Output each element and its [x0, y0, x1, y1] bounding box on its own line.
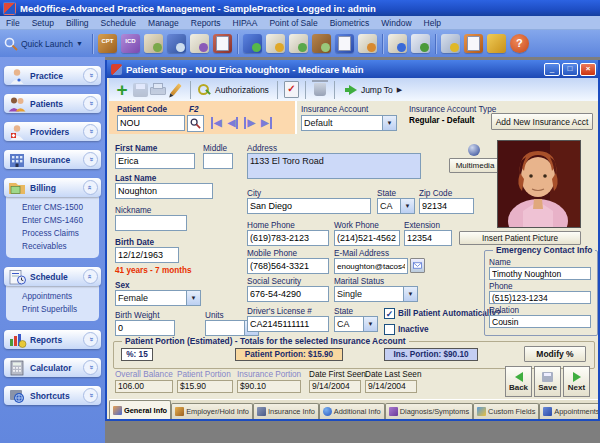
tab-custom-fields[interactable]: Custom Fields — [473, 403, 539, 419]
tab-additional-info[interactable]: Additional Info — [319, 403, 385, 419]
next-button[interactable]: Next — [563, 366, 590, 397]
insurance-account-select[interactable]: Default ▼ — [301, 115, 397, 131]
ledger-book-icon[interactable] — [312, 34, 331, 53]
last-name-input[interactable] — [115, 183, 213, 199]
jump-to-label[interactable]: Jump To — [361, 85, 393, 95]
menu-window[interactable]: Window — [375, 18, 417, 28]
sidebar-item-process-claims[interactable]: Process Claims — [6, 227, 99, 240]
sidebar-item-appointments[interactable]: Appointments — [6, 290, 99, 303]
bill-automatically-checkbox[interactable]: ✓ — [384, 308, 395, 319]
mobile-phone-input[interactable] — [247, 258, 329, 274]
sidebar-item-patients[interactable]: Patients » — [4, 94, 101, 113]
next-record-icon[interactable]: ▶ — [244, 117, 255, 129]
home-phone-input[interactable] — [247, 230, 329, 246]
patient-report-icon[interactable] — [358, 34, 377, 53]
chevron-down-icon[interactable]: » — [83, 332, 98, 347]
chevron-up-icon[interactable]: » — [83, 180, 98, 195]
schedule-sheet-icon[interactable] — [411, 34, 430, 53]
nickname-input[interactable] — [115, 215, 187, 231]
sidebar-item-enter-cms-1500[interactable]: Enter CMS-1500 — [6, 201, 99, 214]
monitor-icon[interactable] — [464, 34, 483, 53]
sidebar-item-enter-cms-1460[interactable]: Enter CMS-1460 — [6, 214, 99, 227]
dropdown-arrow-icon[interactable]: ▼ — [403, 287, 417, 301]
first-name-input[interactable] — [115, 153, 195, 169]
back-button[interactable]: Back — [505, 366, 532, 397]
practice-buildings-icon[interactable] — [213, 34, 232, 53]
lock-icon[interactable] — [487, 34, 506, 53]
menu-reports[interactable]: Reports — [185, 18, 227, 28]
patient-code-input[interactable] — [117, 115, 185, 131]
lab-monitor-icon[interactable] — [167, 34, 186, 53]
sidebar-item-insurance[interactable]: Insurance » — [4, 150, 101, 169]
report-clock-icon[interactable] — [388, 34, 407, 53]
sidebar-item-providers[interactable]: Providers » — [4, 122, 101, 141]
chevron-down-icon[interactable]: » — [83, 360, 98, 375]
jump-to-expand-icon[interactable]: ▶ — [397, 86, 402, 94]
minimize-button[interactable]: _ — [544, 63, 560, 76]
first-record-icon[interactable]: ◀ — [211, 117, 222, 129]
close-button[interactable]: × — [580, 63, 596, 76]
chevron-down-icon[interactable]: » — [83, 124, 98, 139]
maximize-button[interactable]: □ — [562, 63, 578, 76]
tab-general-info[interactable]: General Info — [109, 400, 171, 419]
chevron-down-icon[interactable]: » — [83, 68, 98, 83]
monitor-transfer-icon[interactable] — [243, 34, 262, 53]
extension-input[interactable] — [404, 230, 452, 246]
billing-coin-icon[interactable] — [266, 34, 285, 53]
multimedia-button[interactable]: Multimedia — [449, 158, 501, 173]
authorizations-icon[interactable] — [197, 83, 211, 97]
modify-percent-button[interactable]: Modify % — [524, 346, 586, 362]
quick-launch-dropdown-icon[interactable]: ▼ — [76, 40, 83, 47]
zip-code-input[interactable] — [419, 198, 474, 214]
menu-biometrics[interactable]: Biometrics — [324, 18, 376, 28]
tab-insurance-info[interactable]: Insurance Info — [253, 403, 319, 419]
add-patient-icon[interactable]: + — [113, 82, 131, 98]
sidebar-item-schedule[interactable]: Schedule » — [4, 267, 101, 286]
tab-appointments[interactable]: Appointments — [539, 403, 598, 419]
dropdown-arrow-icon[interactable]: ▼ — [186, 291, 200, 305]
emergency-phone-input[interactable] — [489, 291, 591, 304]
work-phone-input[interactable] — [334, 230, 400, 246]
icd-codes-icon[interactable]: ICD — [121, 34, 140, 53]
sidebar-item-calculator[interactable]: Calculator » — [4, 358, 101, 377]
edit-icon[interactable] — [170, 83, 181, 96]
delete-icon[interactable] — [314, 83, 326, 96]
previous-record-icon[interactable]: ◀ — [228, 117, 239, 129]
help-icon[interactable]: ? — [510, 34, 529, 53]
social-security-input[interactable] — [247, 286, 329, 302]
save-icon[interactable] — [133, 83, 148, 97]
drivers-license-input[interactable] — [247, 316, 329, 332]
menu-setup[interactable]: Setup — [26, 18, 60, 28]
sidebar-item-print-superbills[interactable]: Print Superbills — [6, 303, 99, 316]
email-compose-button[interactable] — [410, 258, 425, 273]
claims-document-icon[interactable] — [289, 34, 308, 53]
certificate-icon[interactable] — [190, 34, 209, 53]
chart-coin-icon[interactable] — [441, 34, 460, 53]
emergency-name-input[interactable] — [489, 267, 591, 280]
marital-status-select[interactable]: Single ▼ — [334, 286, 418, 302]
chevron-down-icon[interactable]: » — [83, 96, 98, 111]
address-input[interactable]: 1133 El Toro Road — [247, 153, 421, 179]
menu-point-of-sale[interactable]: Point of Sale — [263, 18, 323, 28]
sidebar-item-shortcuts[interactable]: Shortcuts » — [4, 386, 101, 405]
birth-weight-input[interactable] — [115, 320, 175, 336]
menu-billing[interactable]: Billing — [60, 18, 95, 28]
sex-select[interactable]: Female ▼ — [115, 290, 201, 306]
license-state-select[interactable]: CA ▼ — [334, 316, 378, 332]
add-new-insurance-button[interactable]: Add New Insurance Acct — [491, 113, 593, 130]
last-record-icon[interactable]: ▶ — [261, 117, 272, 129]
sidebar-item-billing[interactable]: Billing » — [4, 178, 101, 197]
menu-schedule[interactable]: Schedule — [95, 18, 142, 28]
tab-employer-hold-info[interactable]: Employer/Hold Info — [171, 403, 253, 419]
insert-patient-picture-button[interactable]: Insert Patient Picture — [459, 231, 581, 245]
jump-to-icon[interactable] — [349, 85, 357, 95]
menu-file[interactable]: File — [0, 18, 26, 28]
sidebar-item-practice[interactable]: Practice » — [4, 66, 101, 85]
save-button[interactable]: Save — [534, 366, 561, 397]
middle-input[interactable] — [203, 153, 233, 169]
menu-help[interactable]: Help — [418, 18, 447, 28]
quick-launch[interactable]: Quick Launch ▼ — [4, 37, 83, 51]
emergency-relation-input[interactable] — [489, 315, 591, 328]
patient-id-card-icon[interactable] — [144, 34, 163, 53]
dropdown-arrow-icon[interactable]: ▼ — [382, 116, 396, 130]
